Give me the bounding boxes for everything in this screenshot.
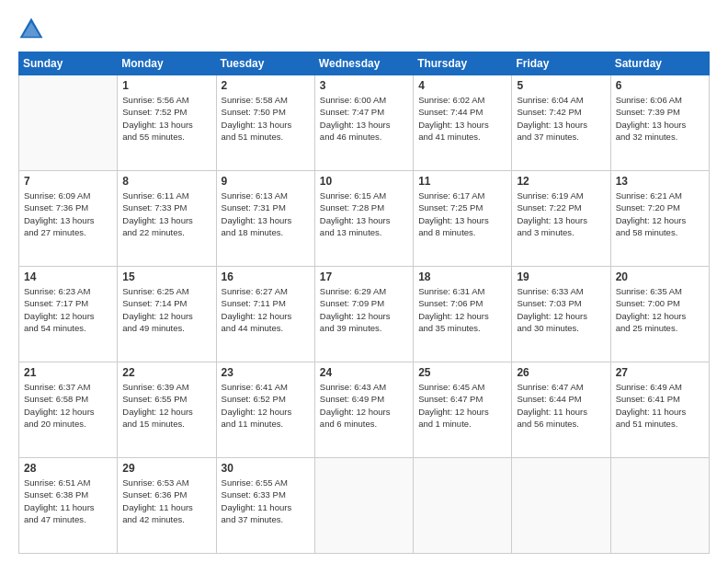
day-info: Sunrise: 6:37 AM Sunset: 6:58 PM Dayligh… bbox=[24, 381, 112, 430]
calendar-week-row: 7Sunrise: 6:09 AM Sunset: 7:36 PM Daylig… bbox=[19, 171, 710, 267]
calendar-week-row: 14Sunrise: 6:23 AM Sunset: 7:17 PM Dayli… bbox=[19, 267, 710, 362]
day-number: 7 bbox=[24, 175, 112, 188]
day-number: 18 bbox=[418, 270, 506, 283]
day-number: 22 bbox=[122, 366, 210, 379]
day-info: Sunrise: 6:49 AM Sunset: 6:41 PM Dayligh… bbox=[616, 381, 704, 430]
weekday-monday: Monday bbox=[118, 52, 216, 75]
day-info: Sunrise: 6:41 AM Sunset: 6:52 PM Dayligh… bbox=[222, 381, 310, 430]
calendar-cell: 4Sunrise: 6:02 AM Sunset: 7:44 PM Daylig… bbox=[414, 75, 512, 171]
calendar-cell: 9Sunrise: 6:13 AM Sunset: 7:31 PM Daylig… bbox=[216, 171, 314, 267]
calendar-cell bbox=[19, 75, 118, 171]
day-info: Sunrise: 6:23 AM Sunset: 7:17 PM Dayligh… bbox=[24, 285, 112, 334]
logo-icon bbox=[18, 17, 44, 42]
day-info: Sunrise: 6:33 AM Sunset: 7:03 PM Dayligh… bbox=[517, 285, 605, 334]
day-number: 26 bbox=[517, 366, 605, 379]
day-info: Sunrise: 6:55 AM Sunset: 6:33 PM Dayligh… bbox=[222, 477, 310, 525]
calendar-cell: 29Sunrise: 6:53 AM Sunset: 6:36 PM Dayli… bbox=[118, 458, 216, 554]
calendar-cell: 17Sunrise: 6:29 AM Sunset: 7:09 PM Dayli… bbox=[314, 267, 413, 362]
day-number: 16 bbox=[222, 270, 310, 283]
calendar-cell: 30Sunrise: 6:55 AM Sunset: 6:33 PM Dayli… bbox=[216, 458, 314, 554]
calendar-cell: 24Sunrise: 6:43 AM Sunset: 6:49 PM Dayli… bbox=[314, 362, 413, 458]
day-info: Sunrise: 6:43 AM Sunset: 6:49 PM Dayligh… bbox=[320, 381, 408, 430]
day-number: 4 bbox=[418, 79, 506, 92]
calendar-cell: 20Sunrise: 6:35 AM Sunset: 7:00 PM Dayli… bbox=[610, 267, 709, 362]
day-info: Sunrise: 6:47 AM Sunset: 6:44 PM Dayligh… bbox=[517, 381, 605, 430]
day-number: 27 bbox=[616, 366, 704, 379]
day-info: Sunrise: 6:29 AM Sunset: 7:09 PM Dayligh… bbox=[320, 285, 408, 334]
calendar-cell: 10Sunrise: 6:15 AM Sunset: 7:28 PM Dayli… bbox=[314, 171, 413, 267]
calendar-cell: 15Sunrise: 6:25 AM Sunset: 7:14 PM Dayli… bbox=[118, 267, 216, 362]
day-info: Sunrise: 6:39 AM Sunset: 6:55 PM Dayligh… bbox=[122, 381, 210, 430]
day-number: 28 bbox=[24, 462, 112, 475]
calendar-cell: 5Sunrise: 6:04 AM Sunset: 7:42 PM Daylig… bbox=[512, 75, 610, 171]
day-info: Sunrise: 6:02 AM Sunset: 7:44 PM Dayligh… bbox=[418, 94, 506, 143]
day-info: Sunrise: 6:25 AM Sunset: 7:14 PM Dayligh… bbox=[122, 285, 210, 334]
logo bbox=[18, 17, 48, 42]
day-number: 10 bbox=[320, 175, 408, 188]
calendar-cell: 12Sunrise: 6:19 AM Sunset: 7:22 PM Dayli… bbox=[512, 171, 610, 267]
weekday-wednesday: Wednesday bbox=[314, 52, 413, 75]
calendar-cell bbox=[512, 458, 610, 554]
calendar-cell: 3Sunrise: 6:00 AM Sunset: 7:47 PM Daylig… bbox=[314, 75, 413, 171]
day-number: 17 bbox=[320, 270, 408, 283]
day-number: 21 bbox=[24, 366, 112, 379]
day-number: 25 bbox=[418, 366, 506, 379]
day-info: Sunrise: 6:17 AM Sunset: 7:25 PM Dayligh… bbox=[418, 190, 506, 238]
day-number: 24 bbox=[320, 366, 408, 379]
day-number: 29 bbox=[122, 462, 210, 475]
day-number: 2 bbox=[222, 79, 310, 92]
calendar-cell: 2Sunrise: 5:58 AM Sunset: 7:50 PM Daylig… bbox=[216, 75, 314, 171]
day-info: Sunrise: 6:15 AM Sunset: 7:28 PM Dayligh… bbox=[320, 190, 408, 238]
calendar-header: SundayMondayTuesdayWednesdayThursdayFrid… bbox=[19, 52, 710, 75]
day-info: Sunrise: 6:09 AM Sunset: 7:36 PM Dayligh… bbox=[24, 190, 112, 238]
calendar-week-row: 28Sunrise: 6:51 AM Sunset: 6:38 PM Dayli… bbox=[19, 458, 710, 554]
calendar-cell bbox=[314, 458, 413, 554]
calendar-cell: 13Sunrise: 6:21 AM Sunset: 7:20 PM Dayli… bbox=[610, 171, 709, 267]
day-number: 14 bbox=[24, 270, 112, 283]
calendar-cell bbox=[610, 458, 709, 554]
day-number: 6 bbox=[616, 79, 704, 92]
calendar-cell: 19Sunrise: 6:33 AM Sunset: 7:03 PM Dayli… bbox=[512, 267, 610, 362]
day-number: 19 bbox=[517, 270, 605, 283]
day-info: Sunrise: 6:04 AM Sunset: 7:42 PM Dayligh… bbox=[517, 94, 605, 143]
weekday-sunday: Sunday bbox=[19, 52, 118, 75]
day-number: 30 bbox=[222, 462, 310, 475]
day-number: 13 bbox=[616, 175, 704, 188]
day-info: Sunrise: 6:45 AM Sunset: 6:47 PM Dayligh… bbox=[418, 381, 506, 430]
header bbox=[18, 17, 710, 42]
calendar-cell: 22Sunrise: 6:39 AM Sunset: 6:55 PM Dayli… bbox=[118, 362, 216, 458]
calendar-table: SundayMondayTuesdayWednesdayThursdayFrid… bbox=[18, 52, 710, 554]
calendar-cell: 8Sunrise: 6:11 AM Sunset: 7:33 PM Daylig… bbox=[118, 171, 216, 267]
page: SundayMondayTuesdayWednesdayThursdayFrid… bbox=[0, 0, 728, 563]
day-info: Sunrise: 6:35 AM Sunset: 7:00 PM Dayligh… bbox=[616, 285, 704, 334]
calendar-cell: 16Sunrise: 6:27 AM Sunset: 7:11 PM Dayli… bbox=[216, 267, 314, 362]
day-number: 5 bbox=[517, 79, 605, 92]
day-info: Sunrise: 6:11 AM Sunset: 7:33 PM Dayligh… bbox=[122, 190, 210, 238]
weekday-saturday: Saturday bbox=[610, 52, 709, 75]
day-number: 1 bbox=[122, 79, 210, 92]
day-info: Sunrise: 6:27 AM Sunset: 7:11 PM Dayligh… bbox=[222, 285, 310, 334]
calendar-cell bbox=[414, 458, 512, 554]
calendar-cell: 18Sunrise: 6:31 AM Sunset: 7:06 PM Dayli… bbox=[414, 267, 512, 362]
day-info: Sunrise: 6:19 AM Sunset: 7:22 PM Dayligh… bbox=[517, 190, 605, 238]
day-info: Sunrise: 5:56 AM Sunset: 7:52 PM Dayligh… bbox=[122, 94, 210, 143]
day-number: 3 bbox=[320, 79, 408, 92]
day-number: 11 bbox=[418, 175, 506, 188]
day-info: Sunrise: 6:06 AM Sunset: 7:39 PM Dayligh… bbox=[616, 94, 704, 143]
weekday-tuesday: Tuesday bbox=[216, 52, 314, 75]
day-number: 15 bbox=[122, 270, 210, 283]
calendar-cell: 11Sunrise: 6:17 AM Sunset: 7:25 PM Dayli… bbox=[414, 171, 512, 267]
calendar-cell: 6Sunrise: 6:06 AM Sunset: 7:39 PM Daylig… bbox=[610, 75, 709, 171]
day-number: 12 bbox=[517, 175, 605, 188]
calendar-cell: 7Sunrise: 6:09 AM Sunset: 7:36 PM Daylig… bbox=[19, 171, 118, 267]
calendar-week-row: 1Sunrise: 5:56 AM Sunset: 7:52 PM Daylig… bbox=[19, 75, 710, 171]
weekday-header-row: SundayMondayTuesdayWednesdayThursdayFrid… bbox=[19, 52, 710, 75]
calendar-cell: 1Sunrise: 5:56 AM Sunset: 7:52 PM Daylig… bbox=[118, 75, 216, 171]
calendar-cell: 28Sunrise: 6:51 AM Sunset: 6:38 PM Dayli… bbox=[19, 458, 118, 554]
day-info: Sunrise: 6:53 AM Sunset: 6:36 PM Dayligh… bbox=[122, 477, 210, 525]
day-info: Sunrise: 6:21 AM Sunset: 7:20 PM Dayligh… bbox=[616, 190, 704, 238]
day-info: Sunrise: 5:58 AM Sunset: 7:50 PM Dayligh… bbox=[222, 94, 310, 143]
day-info: Sunrise: 6:13 AM Sunset: 7:31 PM Dayligh… bbox=[222, 190, 310, 238]
day-number: 20 bbox=[616, 270, 704, 283]
calendar-cell: 26Sunrise: 6:47 AM Sunset: 6:44 PM Dayli… bbox=[512, 362, 610, 458]
